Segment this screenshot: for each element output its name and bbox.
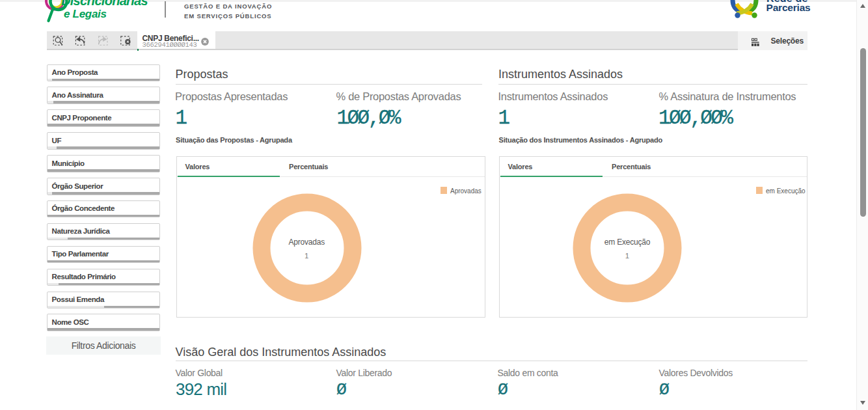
svg-text:Discricionárias: Discricionárias	[61, 0, 148, 8]
svg-text:Parcerias: Parcerias	[766, 2, 811, 13]
svg-text:e Legais: e Legais	[64, 8, 107, 20]
